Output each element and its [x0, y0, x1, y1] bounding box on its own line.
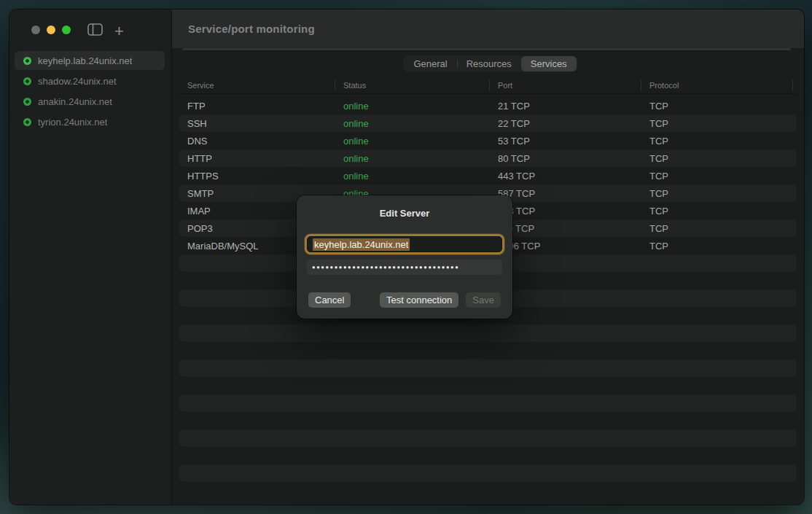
cell-protocol: TCP	[641, 223, 793, 234]
cell-port: 587 TCP	[490, 188, 641, 199]
sidebar-server-item[interactable]: tyrion.24unix.net	[15, 112, 165, 131]
cell-protocol: TCP	[641, 171, 793, 182]
server-list: keyhelp.lab.24unix.net shadow.24unix.net…	[15, 51, 165, 133]
server-status-dot-icon	[23, 57, 31, 65]
add-server-button[interactable]: +	[114, 24, 124, 39]
host-input-selected-text: keyhelp.lab.24unix.net	[313, 238, 410, 251]
cell-protocol: TCP	[641, 118, 793, 129]
server-status-dot-icon	[23, 77, 31, 85]
tab-segment[interactable]: General	[404, 56, 456, 71]
window-titlebar: Service/port monitoring	[172, 9, 804, 48]
traffic-lights	[31, 26, 71, 34]
cell-port: 443 TCP	[490, 171, 641, 182]
table-row-empty	[179, 464, 797, 482]
table-row-empty	[179, 324, 797, 342]
table-row-empty	[179, 429, 797, 447]
minimize-button[interactable]	[47, 26, 55, 34]
table-row-empty	[179, 342, 797, 359]
table-row-empty	[179, 412, 797, 429]
cell-port: 3306 TCP	[490, 241, 641, 252]
cell-port: 143 TCP	[490, 206, 641, 217]
cell-protocol: TCP	[641, 241, 793, 252]
sidebar-server-item[interactable]: keyhelp.lab.24unix.net	[15, 51, 165, 70]
server-status-dot-icon	[23, 98, 31, 106]
cell-protocol: TCP	[641, 101, 793, 112]
cancel-button[interactable]: Cancel	[308, 292, 351, 308]
server-label: anakin.24unix.net	[38, 96, 112, 107]
sidebar-icon	[87, 23, 103, 36]
table-row[interactable]: DNS online 53 TCP TCP	[179, 132, 797, 149]
tab-bar: General Resources Services	[172, 55, 804, 72]
table-row[interactable]: SSH online 22 TCP TCP	[179, 114, 797, 132]
toggle-sidebar-button[interactable]	[87, 23, 103, 39]
server-label: keyhelp.lab.24unix.net	[38, 55, 132, 66]
column-header-protocol[interactable]: Protocol	[641, 79, 793, 91]
cell-service: HTTPS	[179, 171, 335, 182]
cell-protocol: TCP	[641, 188, 793, 199]
cell-port: 21 TCP	[490, 101, 641, 112]
password-input[interactable]: ●●●●●●●●●●●●●●●●●●●●●●●●●●●●●●●●●	[307, 260, 502, 275]
cell-protocol: TCP	[641, 153, 793, 164]
sidebar-server-item[interactable]: anakin.24unix.net	[15, 92, 165, 111]
table-row-empty	[179, 377, 797, 394]
dialog-title: Edit Server	[297, 208, 512, 219]
cell-service: DNS	[179, 136, 335, 147]
edit-server-dialog: Edit Server keyhelp.lab.24unix.net ●●●●●…	[297, 195, 512, 319]
server-status-dot-icon	[23, 118, 31, 126]
cell-status: online	[335, 101, 490, 112]
server-label: tyrion.24unix.net	[38, 117, 107, 128]
test-connection-button[interactable]: Test connection	[380, 292, 458, 308]
server-label: shadow.24unix.net	[38, 76, 117, 87]
column-header-port[interactable]: Port	[490, 79, 641, 91]
cell-port: 110 TCP	[490, 223, 641, 234]
cell-service: SSH	[179, 118, 335, 129]
tab-segment[interactable]: Resources	[457, 56, 521, 71]
cell-status: online	[335, 118, 490, 129]
cell-protocol: TCP	[641, 206, 793, 217]
dialog-buttons: Cancel Test connection Save	[308, 292, 501, 308]
sidebar: + keyhelp.lab.24unix.net shadow.24unix.n…	[9, 9, 172, 505]
cell-service: FTP	[179, 101, 335, 112]
table-row-empty	[179, 447, 797, 464]
table-header: Service Status Port Protocol	[179, 77, 797, 94]
cell-port: 22 TCP	[490, 118, 641, 129]
table-row-empty	[179, 394, 797, 412]
password-masked-text: ●●●●●●●●●●●●●●●●●●●●●●●●●●●●●●●●●	[312, 264, 459, 270]
page-title: Service/port monitoring	[188, 23, 315, 35]
cell-service: HTTP	[179, 153, 335, 164]
table-row[interactable]: FTP online 21 TCP TCP	[179, 97, 797, 114]
close-button[interactable]	[31, 26, 40, 34]
sidebar-server-item[interactable]: shadow.24unix.net	[15, 71, 165, 90]
cell-port: 80 TCP	[490, 153, 641, 164]
host-input[interactable]: keyhelp.lab.24unix.net	[307, 236, 502, 252]
column-header-service[interactable]: Service	[179, 79, 335, 91]
save-button[interactable]: Save	[466, 292, 501, 308]
table-row[interactable]: HTTP online 80 TCP TCP	[179, 149, 797, 167]
cell-protocol: TCP	[641, 136, 793, 147]
cell-status: online	[335, 136, 490, 147]
toolbar-divider	[182, 48, 791, 50]
column-header-status[interactable]: Status	[335, 79, 490, 91]
cell-status: online	[335, 171, 490, 182]
table-row[interactable]: HTTPS online 443 TCP TCP	[179, 167, 797, 184]
cell-status: online	[335, 153, 490, 164]
table-row-empty	[179, 359, 797, 377]
tab-segment[interactable]: Services	[521, 56, 577, 71]
zoom-button[interactable]	[62, 26, 71, 34]
cell-port: 53 TCP	[490, 136, 641, 147]
